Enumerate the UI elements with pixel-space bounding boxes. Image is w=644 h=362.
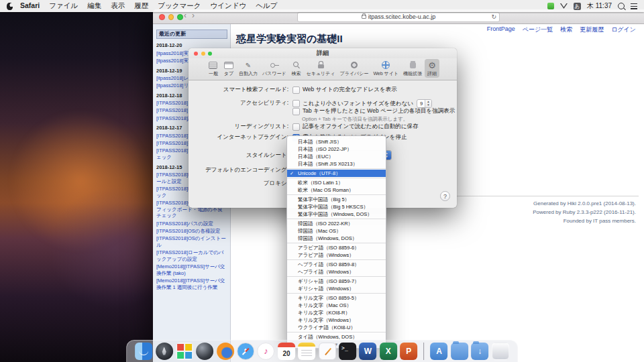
sidebar-link[interactable]: [Memo2018][ITPASS]サーバ交換作業 1 週間後に行う作業 xyxy=(156,278,227,291)
prefs-tab-passwords[interactable]: パスワード xyxy=(260,59,288,78)
menubar-item[interactable]: ファイル xyxy=(49,1,78,11)
menu-separator xyxy=(287,243,386,243)
prefs-tab-search[interactable]: 検索 xyxy=(289,59,304,78)
mission-control-dock-icon[interactable] xyxy=(176,343,193,360)
calendar-dock-icon[interactable]: 20 xyxy=(278,343,295,360)
encoding-option[interactable]: ギリシャ語（ISO 8859-7） xyxy=(287,278,386,285)
prefs-tab-label: 一般 xyxy=(209,70,218,77)
powerpoint-dock-icon[interactable]: P xyxy=(400,343,417,360)
minimize-button[interactable] xyxy=(201,52,205,56)
encoding-option[interactable]: アラビア語（ISO 8859-6） xyxy=(287,244,386,251)
prefs-tab-tabs[interactable]: タブ xyxy=(221,59,236,78)
encoding-option[interactable]: ヘブライ語（ISO 8859-8） xyxy=(287,261,386,268)
checkbox[interactable] xyxy=(292,108,300,115)
menubar-item[interactable]: 表示 xyxy=(111,1,125,11)
prefs-tab-extensions[interactable]: 機能拡張 xyxy=(401,59,424,78)
encoding-option[interactable]: 日本語（Shift JIS） xyxy=(287,138,386,145)
menubar-item[interactable]: ウインドウ xyxy=(210,1,246,11)
word-dock-icon[interactable]: W xyxy=(359,343,376,360)
encoding-option[interactable]: キリル文字（KOI8-R） xyxy=(287,309,386,316)
encoding-option[interactable]: 韓国語（Windows, DOS） xyxy=(287,235,386,242)
encoding-option[interactable]: 韓国語（ISO 2022-KR） xyxy=(287,220,386,227)
encoding-option[interactable]: 繁体字中国語（Big 5） xyxy=(287,196,386,203)
launchpad-dock-icon[interactable] xyxy=(156,343,173,360)
input-source-icon[interactable]: あ xyxy=(574,3,581,10)
preferences-titlebar: 詳細 xyxy=(189,48,457,58)
sidebar-link[interactable]: [ITPASS2018]パスの設定 xyxy=(156,221,227,227)
close-button[interactable] xyxy=(159,14,165,20)
documents-folder-dock-icon[interactable] xyxy=(451,343,468,360)
encoding-option[interactable]: キリル文字（Mac OS） xyxy=(287,302,386,309)
encoding-option[interactable]: 韓国語（Mac OS） xyxy=(287,227,386,235)
zoom-button[interactable] xyxy=(177,14,183,20)
wiki-nav-link[interactable]: 検索 xyxy=(560,25,572,34)
checkbox[interactable] xyxy=(292,86,300,94)
spotlight-icon[interactable] xyxy=(618,3,625,9)
finder-dock-icon[interactable] xyxy=(135,343,152,360)
battery-icon[interactable] xyxy=(547,3,554,9)
applications-folder-dock-icon[interactable]: A xyxy=(431,343,448,360)
help-button[interactable]: ? xyxy=(440,191,450,201)
notification-center-icon[interactable] xyxy=(631,3,637,9)
encoding-option[interactable]: Unicode（UTF-8） xyxy=(287,170,386,177)
checkbox[interactable] xyxy=(292,100,300,107)
prefs-tab-security[interactable]: セキュリティ xyxy=(305,59,337,78)
prefs-tab-general[interactable]: 一般 xyxy=(206,59,221,78)
prefs-tab-privacy[interactable]: プライバシー xyxy=(338,59,371,78)
encoding-option[interactable]: キリル文字（Windows） xyxy=(287,316,386,324)
sidebar-link[interactable]: [ITPASS2018]ローカルでのバックアップの設定 xyxy=(156,249,227,263)
sidebar-link[interactable]: [Memo2018][ITPASS]サーバ交換作業 (tako) xyxy=(156,263,227,277)
reload-icon[interactable]: ↻ xyxy=(491,13,496,21)
prefs-tab-advanced[interactable]: ⚙詳細 xyxy=(425,59,439,78)
checkbox[interactable] xyxy=(292,123,300,131)
back-forward-buttons[interactable]: ‹› xyxy=(184,11,200,20)
menubar-item[interactable]: 履歴 xyxy=(134,1,148,11)
apple-menu-icon[interactable] xyxy=(7,3,13,10)
trash-dock-icon[interactable] xyxy=(492,343,509,360)
wiki-nav-link[interactable]: FrontPage xyxy=(487,25,515,34)
encoding-option[interactable]: アラビア語（Windows） xyxy=(287,251,386,259)
prefs-tab-label: タブ xyxy=(224,70,233,77)
encoding-option[interactable]: 繁体字中国語（Windows, DOS） xyxy=(287,210,386,218)
terminal-dock-icon[interactable]: >_ xyxy=(339,343,356,360)
sidebar-link[interactable]: [ITPASS2018]OSのインストール xyxy=(156,235,227,249)
encoding-option[interactable]: ウクライナ語（KOI8-U） xyxy=(287,324,386,331)
encoding-option[interactable]: 日本語（ISO 2022-JP） xyxy=(287,145,386,153)
safari-dock-icon[interactable] xyxy=(237,343,254,360)
wiki-nav-link[interactable]: 更新履歴 xyxy=(580,25,604,34)
minimize-button[interactable] xyxy=(168,14,174,20)
address-bar[interactable]: itpass.scitec.kobe-u.ac.jp ↻ xyxy=(297,12,500,22)
wiki-nav-link[interactable]: ページ一覧 xyxy=(523,25,553,34)
wifi-icon[interactable] xyxy=(560,3,568,9)
encoding-option[interactable]: 日本語（Shift JIS X0213） xyxy=(287,160,386,168)
excel-dock-icon[interactable]: X xyxy=(380,343,397,360)
encoding-option[interactable]: 繁体字中国語（Big 5 HKSCS） xyxy=(287,203,386,210)
sidebar-link[interactable]: [ITPASS2018]OSの各種設定 xyxy=(156,228,227,235)
encoding-option[interactable]: キリル文字（ISO 8859-5） xyxy=(287,294,386,302)
encoding-option[interactable]: ギリシャ語（Windows） xyxy=(287,285,386,292)
smart-search-checkbox[interactable]: Web サイトの完全なアドレスを表示 xyxy=(292,86,457,94)
wiki-nav-link[interactable]: ログイン xyxy=(611,25,636,34)
menubar-item[interactable]: 編集 xyxy=(87,1,101,11)
notes-dock-icon[interactable] xyxy=(298,343,315,360)
menubar-item[interactable]: Safari xyxy=(20,1,40,11)
reading-list-checkbox[interactable]: 記事をオフラインで読むために自動的に保存 xyxy=(292,123,457,131)
prefs-tab-websites[interactable]: Web サイト xyxy=(371,59,400,78)
pages-dock-icon[interactable] xyxy=(319,343,336,360)
tab-highlight-checkbox[interactable]: Tab キーを押したときに Web ページ上の各項目を強調表示 xyxy=(292,107,457,115)
downloads-folder-dock-icon[interactable]: ↓ xyxy=(471,343,488,360)
itunes-dock-icon[interactable]: ♪ xyxy=(258,343,275,360)
encoding-option[interactable]: 欧米（Mac OS Roman） xyxy=(287,186,386,194)
menubar-clock[interactable]: 木 11:37 xyxy=(587,1,612,11)
encoding-option[interactable]: 欧米（ISO Latin 1） xyxy=(287,179,386,186)
encoding-option[interactable]: ヘブライ語（Windows） xyxy=(287,268,386,276)
close-button[interactable] xyxy=(194,52,198,56)
system-preferences-dock-icon[interactable] xyxy=(196,343,213,360)
firefox-dock-icon[interactable] xyxy=(217,343,234,360)
prefs-tab-autofill[interactable]: ✎自動入力 xyxy=(237,59,260,78)
menubar-item[interactable]: ヘルプ xyxy=(256,1,277,11)
menubar-item[interactable]: ブックマーク xyxy=(158,1,201,11)
zoom-button[interactable] xyxy=(208,52,212,56)
stepper-arrows-icon: ▲▼ xyxy=(425,100,431,107)
encoding-option[interactable]: 日本語（EUC） xyxy=(287,153,386,160)
